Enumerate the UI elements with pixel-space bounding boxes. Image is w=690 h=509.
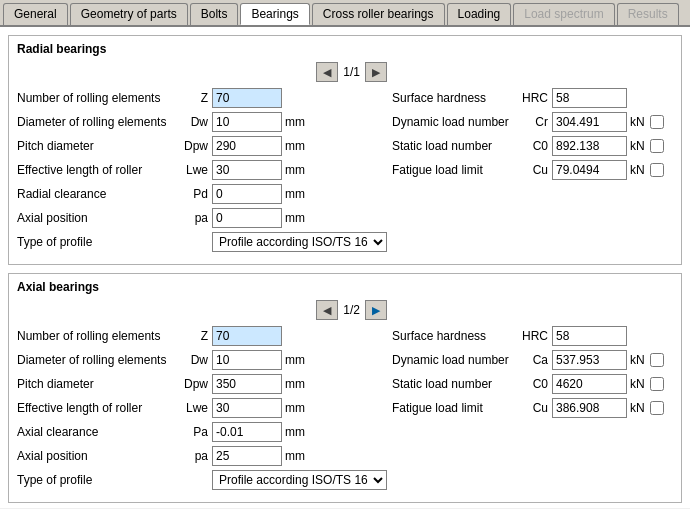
radial-static-checkbox[interactable] (650, 139, 664, 153)
radial-surface-symbol: HRC (522, 91, 552, 105)
radial-pitch-input[interactable] (212, 136, 282, 156)
axial-static-checkbox[interactable] (650, 377, 664, 391)
axial-fatigue-row: Fatigue load limit Cu kN (392, 398, 673, 418)
radial-eff-length-row: Effective length of roller Lwe mm (17, 160, 387, 180)
axial-surface-label: Surface hardness (392, 329, 522, 343)
radial-bearings-section: Radial bearings ◀ 1/1 ▶ Number of rollin… (8, 35, 682, 265)
radial-profile-row: Type of profile Profile according ISO/TS… (17, 232, 387, 252)
radial-fatigue-row: Fatigue load limit Cu kN (392, 160, 673, 180)
axial-static-symbol: C0 (522, 377, 552, 391)
tab-bolts[interactable]: Bolts (190, 3, 239, 25)
axial-pitch-unit: mm (282, 377, 307, 391)
axial-profile-select[interactable]: Profile according ISO/TS 16281 (212, 470, 387, 490)
radial-static-unit: kN (627, 139, 647, 153)
radial-eff-length-input[interactable] (212, 160, 282, 180)
tab-geometry[interactable]: Geometry of parts (70, 3, 188, 25)
axial-diam-rolling-input[interactable] (212, 350, 282, 370)
axial-axial-pos-input[interactable] (212, 446, 282, 466)
axial-dynamic-input[interactable] (552, 350, 627, 370)
tab-load-spectrum: Load spectrum (513, 3, 614, 25)
radial-axial-pos-label: Axial position (17, 211, 177, 225)
axial-clearance-symbol: Pa (177, 425, 212, 439)
radial-surface-input[interactable] (552, 88, 627, 108)
radial-axial-pos-symbol: pa (177, 211, 212, 225)
axial-prev-btn[interactable]: ◀ (316, 300, 338, 320)
axial-diam-rolling-row: Diameter of rolling elements Dw mm (17, 350, 387, 370)
axial-static-input[interactable] (552, 374, 627, 394)
axial-eff-length-row: Effective length of roller Lwe mm (17, 398, 387, 418)
axial-fatigue-checkbox[interactable] (650, 401, 664, 415)
tab-bearings[interactable]: Bearings (240, 3, 309, 25)
axial-dynamic-row: Dynamic load number Ca kN (392, 350, 673, 370)
radial-clearance-label: Radial clearance (17, 187, 177, 201)
radial-dynamic-unit: kN (627, 115, 647, 129)
radial-axial-pos-input[interactable] (212, 208, 282, 228)
radial-pitch-symbol: Dpw (177, 139, 212, 153)
radial-fatigue-checkbox[interactable] (650, 163, 664, 177)
axial-pitch-row: Pitch diameter Dpw mm (17, 374, 387, 394)
radial-left-col: ◀ 1/1 ▶ Number of rolling elements Z Dia… (17, 62, 387, 256)
axial-right-col: Surface hardness HRC Dynamic load number… (387, 300, 673, 494)
radial-diam-rolling-input[interactable] (212, 112, 282, 132)
tab-results: Results (617, 3, 679, 25)
axial-axial-pos-symbol: pa (177, 449, 212, 463)
radial-dynamic-input[interactable] (552, 112, 627, 132)
radial-static-row: Static load number C0 kN (392, 136, 673, 156)
radial-fatigue-input[interactable] (552, 160, 627, 180)
radial-eff-length-symbol: Lwe (177, 163, 212, 177)
axial-num-rolling-label: Number of rolling elements (17, 329, 177, 343)
radial-diam-rolling-label: Diameter of rolling elements (17, 115, 177, 129)
radial-clearance-symbol: Pd (177, 187, 212, 201)
radial-pitch-label: Pitch diameter (17, 139, 177, 153)
radial-pitch-unit: mm (282, 139, 307, 153)
radial-nav-row: ◀ 1/1 ▶ (17, 62, 387, 82)
radial-profile-select[interactable]: Profile according ISO/TS 16281 (212, 232, 387, 252)
radial-eff-length-label: Effective length of roller (17, 163, 177, 177)
radial-num-rolling-label: Number of rolling elements (17, 91, 177, 105)
axial-diam-rolling-unit: mm (282, 353, 307, 367)
radial-right-col: Surface hardness HRC Dynamic load number… (387, 62, 673, 256)
radial-diam-rolling-unit: mm (282, 115, 307, 129)
axial-diam-rolling-label: Diameter of rolling elements (17, 353, 177, 367)
axial-num-rolling-input[interactable] (212, 326, 282, 346)
axial-pitch-label: Pitch diameter (17, 377, 177, 391)
axial-fatigue-symbol: Cu (522, 401, 552, 415)
tab-cross-roller[interactable]: Cross roller bearings (312, 3, 445, 25)
radial-fatigue-unit: kN (627, 163, 647, 177)
axial-diam-rolling-symbol: Dw (177, 353, 212, 367)
tab-general[interactable]: General (3, 3, 68, 25)
radial-axial-pos-unit: mm (282, 211, 307, 225)
main-content: Radial bearings ◀ 1/1 ▶ Number of rollin… (0, 27, 690, 508)
axial-fatigue-input[interactable] (552, 398, 627, 418)
axial-nav-row: ◀ 1/2 ▶ (17, 300, 387, 320)
axial-clearance-label: Axial clearance (17, 425, 177, 439)
tab-bar: General Geometry of parts Bolts Bearings… (0, 0, 690, 27)
radial-prev-btn[interactable]: ◀ (316, 62, 338, 82)
radial-fatigue-symbol: Cu (522, 163, 552, 177)
radial-dynamic-row: Dynamic load number Cr kN (392, 112, 673, 132)
axial-clearance-unit: mm (282, 425, 307, 439)
axial-surface-input[interactable] (552, 326, 627, 346)
axial-clearance-input[interactable] (212, 422, 282, 442)
axial-profile-label: Type of profile (17, 473, 177, 487)
radial-pitch-row: Pitch diameter Dpw mm (17, 136, 387, 156)
axial-static-row: Static load number C0 kN (392, 374, 673, 394)
radial-next-btn[interactable]: ▶ (365, 62, 387, 82)
axial-num-rolling-row: Number of rolling elements Z (17, 326, 387, 346)
radial-clearance-input[interactable] (212, 184, 282, 204)
axial-surface-symbol: HRC (522, 329, 552, 343)
radial-clearance-unit: mm (282, 187, 307, 201)
axial-dynamic-checkbox[interactable] (650, 353, 664, 367)
axial-clearance-row: Axial clearance Pa mm (17, 422, 387, 442)
axial-pitch-symbol: Dpw (177, 377, 212, 391)
axial-eff-length-input[interactable] (212, 398, 282, 418)
axial-num-rolling-symbol: Z (177, 329, 212, 343)
radial-num-rolling-input[interactable] (212, 88, 282, 108)
radial-clearance-row: Radial clearance Pd mm (17, 184, 387, 204)
axial-left-col: ◀ 1/2 ▶ Number of rolling elements Z Dia… (17, 300, 387, 494)
tab-loading[interactable]: Loading (447, 3, 512, 25)
axial-next-btn[interactable]: ▶ (365, 300, 387, 320)
radial-static-input[interactable] (552, 136, 627, 156)
axial-pitch-input[interactable] (212, 374, 282, 394)
radial-dynamic-checkbox[interactable] (650, 115, 664, 129)
